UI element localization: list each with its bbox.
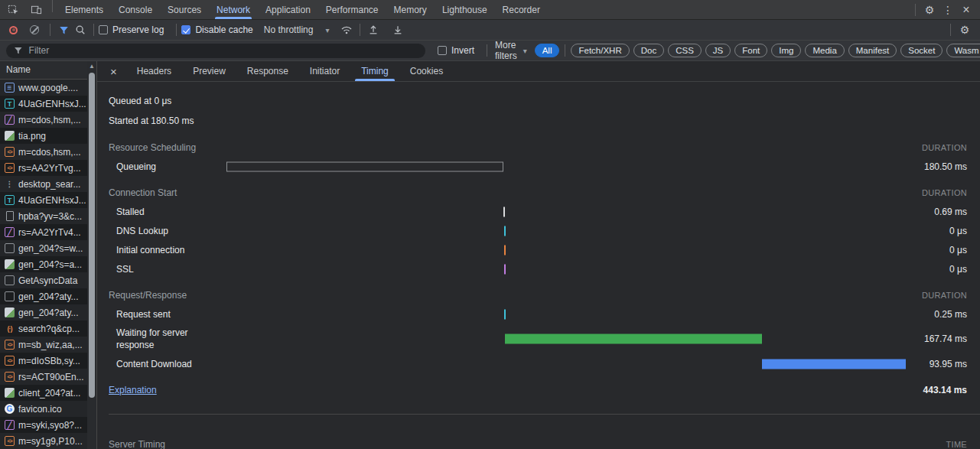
type-filter-manifest[interactable]: Manifest [848, 44, 897, 57]
server-timing-section: Server Timing TIME [97, 434, 980, 449]
request-row[interactable]: gen_204?aty... [0, 304, 96, 320]
request-name: 4UaGrENHsxJ... [18, 99, 86, 109]
request-list-name-header[interactable]: Name [0, 61, 96, 80]
search-icon[interactable] [72, 21, 89, 38]
main-tab-recorder[interactable]: Recorder [495, 0, 548, 19]
request-row[interactable]: GetAsyncData [0, 272, 96, 288]
request-row[interactable]: <>m=dIoSBb,sy... [0, 353, 96, 369]
timing-duration-value: 0 μs [906, 264, 980, 275]
network-settings-gear-icon[interactable]: ⚙ [956, 21, 974, 38]
request-row[interactable]: T4UaGrENHsxJ... [0, 192, 96, 208]
main-tab-memory[interactable]: Memory [386, 0, 435, 19]
detail-tab-headers[interactable]: Headers [129, 61, 179, 81]
request-row[interactable]: (·)search?q&cp... [0, 320, 96, 337]
import-har-icon[interactable] [365, 21, 382, 38]
timing-bar [504, 264, 506, 274]
request-name: m=syki,syo8?... [18, 420, 82, 431]
script-icon: <> [5, 436, 15, 446]
request-row[interactable]: <>rs=AA2YrTvg... [0, 160, 96, 176]
timing-duration-value: 0.69 ms [906, 207, 980, 217]
timing-duration-value: 0 μs [906, 245, 980, 255]
export-har-icon[interactable] [389, 21, 406, 38]
main-tab-lighthouse[interactable]: Lighthouse [435, 0, 495, 19]
type-filter-css[interactable]: CSS [668, 44, 702, 57]
type-filter-all[interactable]: All [535, 44, 560, 57]
chevron-down-icon: ▾ [325, 26, 329, 34]
request-row[interactable]: Gfavicon.ico [0, 401, 96, 417]
dots-icon: ⋮ [5, 179, 15, 189]
scrollbar-thumb[interactable] [89, 73, 95, 398]
preserve-log-label: Preserve log [112, 24, 164, 35]
more-filters-dropdown[interactable]: More filters ▾ [492, 40, 530, 61]
request-row[interactable]: <>m=sy1g9,P10... [0, 433, 96, 449]
type-filter-js[interactable]: JS [705, 44, 731, 57]
request-row[interactable]: hpba?yv=3&c... [0, 208, 96, 224]
main-tab-sources[interactable]: Sources [160, 0, 209, 19]
throttling-dropdown[interactable]: No throttling ▾ [261, 24, 333, 35]
document-icon: ≡ [5, 83, 15, 93]
filter-funnel-icon[interactable] [55, 21, 72, 38]
request-row[interactable]: ⋮desktop_sear... [0, 176, 96, 192]
detail-tab-timing[interactable]: Timing [353, 61, 396, 81]
sidebar-scrollbar[interactable]: ▲ [87, 61, 96, 449]
timing-section-title: Request/Response [97, 290, 187, 301]
main-tab-network[interactable]: Network [209, 0, 258, 19]
request-row[interactable]: ╱m=syki,syo8?... [0, 417, 96, 433]
main-tab-elements[interactable]: Elements [57, 0, 111, 19]
inspect-element-icon[interactable] [5, 2, 21, 18]
network-conditions-icon[interactable] [338, 21, 355, 38]
explanation-link[interactable]: Explanation [109, 385, 157, 395]
request-row[interactable]: client_204?at... [0, 385, 96, 401]
type-filter-img[interactable]: Img [771, 44, 801, 57]
divider [50, 24, 50, 36]
main-tab-application[interactable]: Application [258, 0, 318, 19]
more-menu-icon[interactable]: ⋮ [939, 2, 957, 18]
preserve-log-checkbox[interactable] [99, 25, 108, 34]
disable-cache-checkbox[interactable] [181, 25, 190, 34]
request-row[interactable]: ╱rs=AA2YrTv4... [0, 224, 96, 240]
main-tab-performance[interactable]: Performance [318, 0, 386, 19]
request-name: gen_204?s=a... [18, 259, 82, 270]
filter-input[interactable] [28, 44, 418, 57]
timing-phase-label: DNS Lookup [97, 222, 226, 240]
timing-duration-value: 0 μs [906, 226, 980, 236]
request-row[interactable]: ╱m=cdos,hsm,... [0, 112, 96, 128]
type-filter-socket[interactable]: Socket [900, 44, 943, 57]
timing-bar [503, 207, 505, 216]
invert-checkbox[interactable] [438, 46, 447, 55]
device-toolbar-icon[interactable] [28, 2, 44, 18]
request-name: gen_204?aty... [18, 291, 79, 302]
type-filter-wasm[interactable]: Wasm [946, 44, 980, 57]
record-network-log-icon[interactable] [9, 26, 18, 34]
type-filter-fetch-xhr[interactable]: Fetch/XHR [571, 44, 629, 57]
request-name: m=cdos,hsm,... [18, 115, 81, 125]
request-row[interactable]: <>rs=ACT90oEn... [0, 369, 96, 385]
network-filter-bar: Invert More filters ▾ AllFetch/XHRDocCSS… [0, 41, 980, 61]
settings-gear-icon[interactable]: ⚙ [920, 2, 939, 18]
main-tab-console[interactable]: Console [111, 0, 160, 19]
favicon-icon: G [5, 404, 15, 414]
detail-tab-preview[interactable]: Preview [185, 61, 233, 81]
request-row[interactable]: ≡www.google.... [0, 80, 96, 96]
detail-tab-cookies[interactable]: Cookies [402, 61, 451, 81]
type-filter-doc[interactable]: Doc [633, 44, 664, 57]
request-row[interactable]: gen_204?s=w... [0, 240, 96, 256]
detail-tab-response[interactable]: Response [239, 61, 296, 81]
request-row[interactable]: <>m=cdos,hsm,... [0, 144, 96, 160]
type-filter-media[interactable]: Media [805, 44, 844, 57]
type-filter-font[interactable]: Font [734, 44, 767, 57]
request-row[interactable]: <>m=sb_wiz,aa,... [0, 337, 96, 353]
image-icon [5, 259, 15, 269]
clear-network-log-icon[interactable] [30, 25, 39, 34]
divider [176, 24, 177, 36]
request-row[interactable]: T4UaGrENHsxJ... [0, 96, 96, 112]
detail-tab-initiator[interactable]: Initiator [302, 61, 347, 81]
close-detail-icon[interactable]: × [97, 61, 126, 81]
script-icon: <> [5, 147, 15, 157]
request-row[interactable]: gen_204?aty... [0, 288, 96, 304]
request-row[interactable]: gen_204?s=a... [0, 256, 96, 272]
timing-footer-row: Explanation 443.14 ms [97, 380, 980, 400]
scrollbar-up-arrow-icon[interactable]: ▲ [87, 61, 96, 71]
request-row[interactable]: tia.png [0, 128, 96, 144]
close-devtools-icon[interactable]: × [957, 2, 975, 18]
